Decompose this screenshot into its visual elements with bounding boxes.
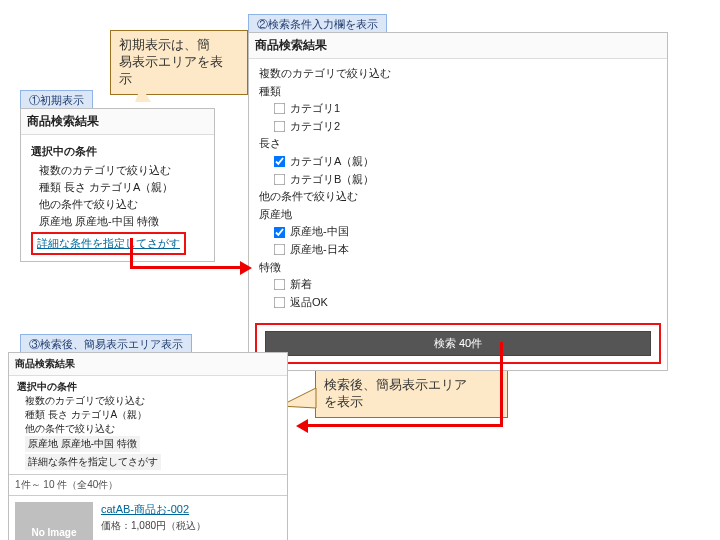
search-button[interactable]: 検索 40件 bbox=[265, 331, 651, 356]
result-count: 1件～ 10 件（全40件） bbox=[9, 474, 287, 495]
panel2-body: 複数のカテゴリで絞り込む 種類 カテゴリ1 カテゴリ2 長さ カテゴリA（親） … bbox=[249, 59, 667, 317]
panel-initial-l1: 複数のカテゴリで絞り込む bbox=[39, 162, 204, 179]
chk-cat1-label: カテゴリ1 bbox=[290, 100, 340, 118]
panel-initial-l2: 種類 長さ カテゴリA（親） bbox=[39, 179, 204, 196]
panel-after-search: 商品検索結果 選択中の条件 複数のカテゴリで絞り込む 種類 長さ カテゴリA（親… bbox=[8, 352, 288, 540]
panel2-origin: 原産地 bbox=[259, 206, 657, 224]
callout-initial-tail bbox=[135, 86, 151, 102]
diagram-canvas: ①初期表示 ②検索条件入力欄を表示 ③検索後、簡易表示エリア表示 初期表示は、簡… bbox=[0, 0, 720, 540]
panel2-other: 他の条件で絞り込む bbox=[259, 188, 657, 206]
chk-new[interactable]: 新着 bbox=[273, 276, 657, 294]
panel2-g1: 複数のカテゴリで絞り込む bbox=[259, 65, 657, 83]
panel2-title: 商品検索結果 bbox=[249, 33, 667, 59]
search-button-outline: 検索 40件 bbox=[255, 323, 661, 364]
chk-catA-label: カテゴリA（親） bbox=[290, 153, 374, 171]
chk-origin-jp[interactable]: 原産地-日本 bbox=[273, 241, 657, 259]
chk-new-label: 新着 bbox=[290, 276, 312, 294]
chk-origin-cn[interactable]: 原産地-中国 bbox=[273, 223, 657, 241]
panel-initial-title: 商品検索結果 bbox=[21, 109, 214, 135]
panel2-feature: 特徴 bbox=[259, 259, 657, 277]
panel3-l3: 他の条件で絞り込む bbox=[25, 422, 279, 436]
panel-initial-body: 選択中の条件 複数のカテゴリで絞り込む 種類 長さ カテゴリA（親） 他の条件で… bbox=[21, 135, 214, 261]
panel3-header: 選択中の条件 複数のカテゴリで絞り込む 種類 長さ カテゴリA（親） 他の条件で… bbox=[9, 376, 287, 474]
product-title-link[interactable]: catAB-商品お-002 bbox=[101, 502, 206, 517]
arrow1-head bbox=[240, 261, 252, 275]
arrow2-head bbox=[296, 419, 308, 433]
arrow1-v bbox=[130, 238, 133, 268]
panel3-title: 商品検索結果 bbox=[9, 353, 287, 376]
callout-initial-l1: 初期表示は、簡 bbox=[119, 37, 239, 54]
arrow1-h bbox=[130, 266, 240, 269]
panel-initial-l3: 他の条件で絞り込む bbox=[39, 196, 204, 213]
panel3-l1: 複数のカテゴリで絞り込む bbox=[25, 394, 279, 408]
detailed-search-link[interactable]: 詳細な条件を指定してさがす bbox=[37, 235, 180, 252]
callout-initial: 初期表示は、簡 易表示エリアを表 示 bbox=[110, 30, 248, 95]
chk-catB-label: カテゴリB（親） bbox=[290, 171, 374, 189]
chk-cat2[interactable]: カテゴリ2 bbox=[273, 118, 657, 136]
callout-initial-l2: 易表示エリアを表 bbox=[119, 54, 239, 71]
no-image-thumb: No Image bbox=[15, 502, 93, 540]
panel-search-conditions: 商品検索結果 複数のカテゴリで絞り込む 種類 カテゴリ1 カテゴリ2 長さ カテ… bbox=[248, 32, 668, 371]
chk-origin-jp-label: 原産地-日本 bbox=[290, 241, 349, 259]
panel-initial-detailed-outline: 詳細な条件を指定してさがす bbox=[31, 232, 186, 255]
panel-initial-h1: 選択中の条件 bbox=[31, 143, 204, 160]
arrow2-h bbox=[308, 424, 503, 427]
result-row: No Image catAB-商品お-002 価格：1,080円（税込） bbox=[9, 495, 287, 540]
chk-return-label: 返品OK bbox=[290, 294, 328, 312]
panel2-len: 長さ bbox=[259, 135, 657, 153]
product-price: 価格：1,080円（税込） bbox=[101, 519, 206, 533]
callout-after-l1: 検索後、簡易表示エリア bbox=[324, 377, 499, 394]
panel3-h1: 選択中の条件 bbox=[17, 380, 279, 394]
callout-after-search: 検索後、簡易表示エリア を表示 bbox=[315, 370, 508, 418]
panel-initial: 商品検索結果 選択中の条件 複数のカテゴリで絞り込む 種類 長さ カテゴリA（親… bbox=[20, 108, 215, 262]
chk-return[interactable]: 返品OK bbox=[273, 294, 657, 312]
panel2-cat-head: 種類 bbox=[259, 83, 657, 101]
panel3-l2: 種類 長さ カテゴリA（親） bbox=[25, 408, 279, 422]
callout-after-l2: を表示 bbox=[324, 394, 499, 411]
chk-catA[interactable]: カテゴリA（親） bbox=[273, 153, 657, 171]
panel3-link[interactable]: 詳細な条件を指定してさがす bbox=[25, 454, 161, 470]
chk-cat2-label: カテゴリ2 bbox=[290, 118, 340, 136]
arrow2-v bbox=[500, 342, 503, 426]
panel-initial-l4: 原産地 原産地-中国 特徴 bbox=[39, 213, 204, 230]
chk-origin-cn-label: 原産地-中国 bbox=[290, 223, 349, 241]
result-info: catAB-商品お-002 価格：1,080円（税込） bbox=[101, 502, 206, 540]
panel3-l4: 原産地 原産地-中国 特徴 bbox=[25, 436, 140, 452]
chk-cat1[interactable]: カテゴリ1 bbox=[273, 100, 657, 118]
chk-catB[interactable]: カテゴリB（親） bbox=[273, 171, 657, 189]
